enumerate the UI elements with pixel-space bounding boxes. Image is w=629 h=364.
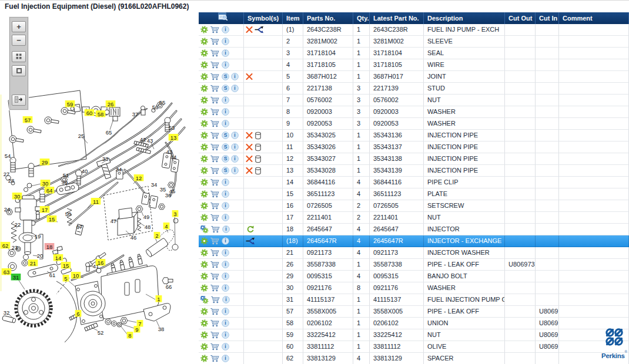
diagram-label-30[interactable]: 30 — [41, 180, 51, 187]
diagram-label-15[interactable]: 15 — [47, 215, 57, 223]
info-icon[interactable]: i — [222, 237, 229, 245]
info-icon[interactable]: i — [222, 284, 229, 292]
actual-size-button[interactable] — [12, 65, 26, 76]
add-to-cart-icon[interactable] — [210, 132, 220, 139]
info-icon[interactable]: i — [222, 38, 229, 45]
info-icon[interactable]: i — [222, 214, 229, 221]
supersession-icon[interactable]: S — [222, 132, 229, 139]
info-icon[interactable]: i — [222, 96, 229, 104]
gear-icon[interactable] — [200, 355, 208, 362]
diagram-label-64[interactable]: 64 — [45, 187, 55, 194]
gear-icon[interactable] — [200, 190, 208, 198]
info-icon[interactable]: i — [222, 178, 229, 186]
add-to-cart-icon[interactable] — [210, 272, 220, 280]
gear-icon[interactable] — [200, 132, 208, 139]
gear-icon[interactable] — [200, 49, 208, 57]
supersession-icon[interactable]: S — [222, 143, 229, 151]
add-to-cart-icon[interactable] — [210, 61, 220, 69]
diagram-label-31[interactable]: 31 — [11, 274, 21, 281]
gear-icon[interactable] — [200, 319, 208, 327]
table-row-16[interactable]: i16072650520726505SETSCREW — [199, 200, 629, 212]
table-row-29[interactable]: i29009531540095315BANJO BOLT — [199, 271, 629, 282]
diagram-label-5[interactable]: 5 — [63, 275, 69, 282]
gear-icon[interactable] — [200, 155, 208, 163]
diagram-label-9[interactable]: 9 — [134, 326, 140, 333]
add-to-cart-icon[interactable] — [210, 343, 220, 350]
gear-icon[interactable] — [200, 38, 208, 45]
table-row-31[interactable]: i3141115137141115137FUEL INJECTION PUMP … — [199, 294, 629, 306]
add-to-cart-icon[interactable] — [210, 296, 220, 304]
diagram-label-13[interactable]: 13 — [169, 134, 179, 141]
gear-icon[interactable] — [200, 237, 208, 245]
table-row-6[interactable]: Si6221713832217139STUD — [199, 83, 629, 95]
table-row-60[interactable]: i6033811112133811112OLIVEU80697 — [199, 341, 629, 353]
info-icon[interactable]: i — [222, 249, 229, 257]
add-to-cart-icon[interactable] — [210, 355, 220, 362]
add-to-cart-icon[interactable] — [210, 96, 220, 104]
diagram-label-63[interactable]: 63 — [2, 268, 12, 275]
info-icon[interactable]: i — [222, 120, 229, 127]
info-icon[interactable]: i — [222, 202, 229, 210]
info-icon[interactable]: i — [231, 143, 239, 151]
table-row-58[interactable]: i58020610210206102UNIONU80697 — [199, 318, 629, 329]
zoom-out-button[interactable]: − — [12, 35, 26, 46]
gear-icon[interactable] — [200, 261, 208, 268]
info-icon[interactable]: i — [222, 343, 229, 350]
add-to-cart-icon[interactable] — [210, 237, 220, 245]
column-header-comment[interactable]: Comment — [559, 12, 629, 24]
diagram-label-59[interactable]: 59 — [65, 100, 75, 107]
column-header-qty[interactable]: Qty. — [353, 12, 370, 24]
supersession-icon[interactable]: S — [222, 85, 229, 92]
add-to-cart-icon[interactable] — [210, 225, 220, 233]
gear-icon[interactable] — [200, 143, 208, 151]
table-row-62[interactable]: i6233813129433813129SPACER — [199, 353, 629, 364]
table-row-2[interactable]: i23281M00213281M002SLEEVE — [199, 36, 629, 48]
column-header-actions[interactable] — [199, 12, 244, 24]
diagram-label-8[interactable]: 8 — [127, 332, 133, 339]
add-to-cart-icon[interactable] — [210, 308, 220, 315]
info-icon[interactable]: i — [231, 155, 239, 163]
column-header-parts[interactable]: Parts No. — [303, 12, 353, 24]
table-row-57[interactable]: i573558X00513558X005PIPE - LEAK OFFU8069… — [199, 306, 629, 318]
diagram-label-12[interactable]: 12 — [134, 174, 144, 181]
column-header-cutout[interactable]: Cut Out — [505, 12, 536, 24]
gear-icon[interactable] — [200, 120, 208, 127]
diagram-label-26[interactable]: 26 — [106, 100, 116, 107]
linked-gear-icon[interactable] — [200, 296, 209, 304]
add-to-cart-icon[interactable] — [210, 202, 220, 210]
info-icon[interactable]: i — [222, 308, 229, 315]
diagram-panel[interactable]: 5759605826132930306417151514111210165623… — [0, 12, 199, 364]
diagram-label-3[interactable]: 3 — [172, 210, 179, 217]
add-to-cart-icon[interactable] — [210, 261, 220, 268]
gear-icon[interactable] — [200, 85, 208, 92]
table-row-26[interactable]: i2635587338135587338PIPE - LEAK OFFU8069… — [199, 259, 629, 271]
diagram-label-14[interactable]: 14 — [53, 254, 63, 261]
diagram-label-21[interactable]: 21 — [28, 259, 38, 267]
supersession-icon[interactable]: S — [222, 73, 229, 80]
linked-gear-icon[interactable] — [200, 225, 209, 234]
info-icon[interactable]: i — [222, 61, 229, 69]
gear-icon[interactable] — [200, 249, 208, 257]
gear-icon[interactable] — [200, 167, 208, 174]
table-row-1[interactable]: i(1)2643C238R12643C238RFUEL INJ PUMP - E… — [199, 24, 629, 36]
gear-icon[interactable] — [200, 202, 208, 210]
table-row-14[interactable]: i1436844116436844116PIPE CLIP — [199, 177, 629, 188]
info-icon[interactable]: i — [222, 26, 229, 33]
add-to-cart-icon[interactable] — [210, 108, 220, 116]
table-row-4[interactable]: i431718105131718105WIRE — [199, 59, 629, 71]
table-row-18[interactable]: i(18)2645647R42645647RINJECTOR - EXCHANG… — [199, 235, 629, 247]
add-to-cart-icon[interactable] — [210, 319, 220, 327]
info-icon[interactable]: i — [222, 108, 229, 116]
add-to-cart-icon[interactable] — [210, 143, 220, 151]
info-icon[interactable]: i — [222, 49, 229, 57]
gear-icon[interactable] — [200, 96, 208, 104]
gear-icon[interactable] — [200, 178, 208, 186]
table-row-17[interactable]: i17221140122211401NUT — [199, 212, 629, 224]
gear-icon[interactable] — [200, 284, 208, 292]
collapse-panel-button[interactable] — [12, 95, 26, 106]
diagram-label-15[interactable]: 15 — [61, 262, 71, 269]
table-row-13[interactable]: Si1335343028135343139INJECTION PIPE — [199, 165, 629, 177]
info-icon[interactable]: i — [222, 355, 229, 362]
table-row-3[interactable]: i331718104131718104SEAL — [199, 48, 629, 59]
add-to-cart-icon[interactable] — [210, 167, 220, 174]
